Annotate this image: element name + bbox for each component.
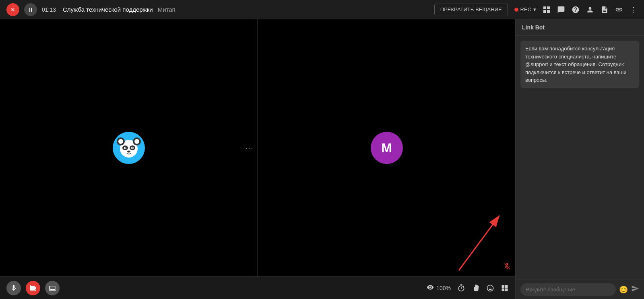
rec-badge[interactable]: REC ▾: [514, 6, 536, 12]
avatar-panda: [113, 132, 145, 164]
video-area: Платформа МТС Линк: [0, 19, 515, 299]
more-options-icon[interactable]: ⋮: [630, 5, 638, 15]
grid-view-icon[interactable]: [543, 6, 551, 14]
chat-panel: Link Bot Если вам понадобится консультац…: [515, 19, 644, 299]
bottom-right-controls: 100%: [427, 284, 509, 292]
eye-icon: [427, 284, 434, 292]
participants-icon[interactable]: [586, 6, 594, 14]
topbar: ✕ ⏸ 01:13 Служба технической поддержки М…: [0, 0, 644, 19]
chat-icon[interactable]: [557, 6, 565, 14]
pause-icon: ⏸: [28, 6, 33, 13]
link-icon[interactable]: [615, 6, 623, 14]
end-call-button[interactable]: ✕: [6, 3, 19, 16]
bottom-controls-bar: 100%: [0, 276, 515, 299]
chat-message-bot: Если вам понадобится консультация технич…: [520, 41, 639, 88]
send-button[interactable]: [631, 284, 639, 295]
svg-rect-3: [547, 10, 550, 13]
qa-icon[interactable]: [572, 6, 580, 14]
rec-label: REC: [520, 6, 531, 12]
files-icon[interactable]: [601, 6, 609, 14]
stop-broadcast-button[interactable]: ПРЕКРАТИТЬ ВЕЩАНИЕ: [434, 4, 508, 15]
zoom-value: 100%: [436, 285, 451, 291]
reactions-icon[interactable]: [486, 284, 494, 292]
svg-line-17: [459, 216, 499, 270]
topbar-right: ПРЕКРАТИТЬ ВЕЩАНИЕ REC ▾: [434, 4, 638, 15]
screen-share-button[interactable]: [45, 281, 60, 295]
avatar-m: M: [371, 132, 403, 164]
pause-button[interactable]: ⏸: [24, 3, 37, 16]
end-call-icon: ✕: [10, 6, 15, 13]
timer-icon[interactable]: [457, 284, 465, 292]
meeting-title: Служба технической поддержки: [63, 6, 153, 13]
mute-icon: [503, 262, 511, 272]
panel-1-menu-dots[interactable]: ⋮: [245, 145, 254, 151]
svg-rect-0: [543, 6, 546, 9]
svg-point-14: [132, 147, 133, 149]
svg-point-13: [125, 147, 126, 149]
bot-message-text: Если вам понадобится консультация технич…: [525, 46, 626, 83]
chat-header: Link Bot: [516, 19, 644, 36]
mic-button[interactable]: [6, 281, 21, 295]
raise-hand-icon[interactable]: [472, 284, 480, 292]
svg-rect-1: [547, 6, 550, 9]
video-panel-2: M: [258, 19, 515, 276]
svg-rect-2: [543, 10, 546, 13]
rec-dropdown-icon: ▾: [533, 6, 536, 12]
meeting-subtitle: Митап: [158, 6, 175, 13]
main-content: Платформа МТС Линк: [0, 19, 644, 299]
svg-point-15: [127, 151, 130, 153]
video-panels: ⋮ M: [0, 19, 515, 276]
timer-display: 01:13: [42, 6, 58, 13]
zoom-control: 100%: [427, 284, 451, 292]
emoji-button[interactable]: 😊: [619, 285, 628, 294]
svg-point-7: [118, 139, 123, 144]
svg-point-8: [134, 139, 139, 144]
chat-input-row: 😊: [516, 280, 644, 299]
topbar-left: ✕ ⏸ 01:13 Служба технической поддержки М…: [6, 3, 429, 16]
chat-messages: Если вам понадобится консультация технич…: [516, 36, 644, 280]
arrow-annotation: [233, 196, 515, 276]
video-panel-1: ⋮: [0, 19, 258, 276]
camera-button[interactable]: [26, 281, 40, 295]
layout-icon[interactable]: [501, 284, 509, 292]
chat-input[interactable]: [520, 283, 616, 296]
rec-dot-icon: [514, 8, 518, 12]
